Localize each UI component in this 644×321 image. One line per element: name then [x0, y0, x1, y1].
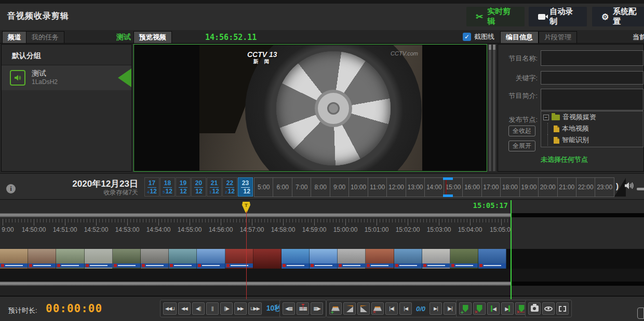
- date-cell-20[interactable]: 2012: [191, 177, 206, 197]
- timeline-track-bar[interactable]: [0, 213, 511, 217]
- goto-out-point-button[interactable]: |▶|: [444, 302, 456, 315]
- delete-segment-button[interactable]: ✕: [371, 302, 384, 315]
- panel-splitter-handle[interactable]: [493, 45, 495, 171]
- jump-back-10s-button[interactable]: ◀◀⊔: [163, 302, 177, 315]
- hour-cell-13:00[interactable]: 13:00: [406, 178, 425, 197]
- prev-segment-button[interactable]: |◀: [399, 302, 412, 315]
- tab-my-tasks[interactable]: 我的任务: [26, 31, 64, 44]
- next-marker-button[interactable]: ▶: [501, 302, 514, 315]
- filmstrip-thumbnail[interactable]: [141, 249, 169, 269]
- video-preview-area[interactable]: CCTV 13新 闻 CCTV.com: [133, 44, 487, 172]
- pause-button[interactable]: ||: [206, 302, 219, 315]
- fullscreen-button[interactable]: [556, 302, 569, 315]
- tab-channel[interactable]: 频道: [2, 31, 27, 44]
- tree-node-child[interactable]: 本地视频: [541, 123, 643, 134]
- strip-next-button[interactable]: ▦▶: [311, 302, 323, 315]
- filmstrip-thumbnail[interactable]: [85, 249, 113, 269]
- date-cell-19[interactable]: 1912: [176, 177, 191, 197]
- speaker-icon[interactable]: [624, 182, 634, 192]
- program-name-input[interactable]: [541, 50, 643, 66]
- filmstrip-thumbnail[interactable]: [450, 249, 478, 269]
- filmstrip-thumbnail[interactable]: [478, 249, 506, 269]
- timeline-ruler-zone[interactable]: 15:05:17 T 9:0014:50:0014:51:0014:52:001…: [0, 200, 644, 249]
- date-cell-17[interactable]: 17412: [144, 177, 159, 197]
- filmstrip-thumbnail[interactable]: [253, 249, 281, 269]
- delete-marker-button[interactable]: ✕: [473, 302, 486, 315]
- checkbox-checked-icon[interactable]: ✓: [463, 33, 471, 41]
- filmstrip-thumbnail[interactable]: [0, 249, 28, 269]
- strip-locate-button[interactable]: ▦▦: [297, 302, 309, 315]
- hour-cell-23:00[interactable]: 23:00: [595, 178, 613, 197]
- goto-in-point-button[interactable]: |◀|: [385, 302, 398, 315]
- keyword-input[interactable]: [541, 71, 643, 85]
- hour-cell-21:00[interactable]: 21:00: [558, 178, 576, 197]
- summary-textarea[interactable]: [541, 89, 643, 110]
- date-cell-18[interactable]: 18512: [160, 177, 175, 197]
- filmstrip-thumbnail[interactable]: [281, 249, 310, 269]
- filmstrip-thumbnail[interactable]: [394, 249, 422, 269]
- hour-cell-5:00[interactable]: 5:00: [254, 178, 273, 197]
- hour-selection-bracket-top[interactable]: [443, 177, 453, 180]
- hour-cell-14:00[interactable]: 14:00: [425, 178, 444, 197]
- hour-cell-7:00[interactable]: 7:00: [292, 178, 311, 197]
- hour-cell-12:00[interactable]: 12:00: [387, 178, 406, 197]
- filmstrip-thumbnail[interactable]: [28, 249, 56, 269]
- hour-cell-19:00[interactable]: 19:00: [520, 178, 539, 197]
- hour-cell-16:00[interactable]: 16:00: [463, 178, 481, 197]
- filmstrip-thumbnail[interactable]: [338, 249, 366, 269]
- filmstrip-thumbnail[interactable]: [422, 249, 450, 269]
- volume-slider[interactable]: [637, 188, 644, 190]
- hour-cell-15:00[interactable]: 15:00: [444, 178, 463, 197]
- hour-cell-22:00[interactable]: 22:00: [576, 178, 595, 197]
- hour-cell-18:00[interactable]: 18:00: [501, 178, 519, 197]
- prev-marker-button[interactable]: ◀: [487, 302, 500, 315]
- hour-cell-17:00[interactable]: 17:00: [482, 178, 501, 197]
- hour-cell-10:00[interactable]: 10:00: [349, 178, 368, 197]
- tab-catalog-info[interactable]: 编目信息: [500, 31, 539, 44]
- snapshot-button[interactable]: [528, 302, 541, 315]
- tree-node-child[interactable]: 智能识别: [541, 134, 643, 146]
- system-config-button[interactable]: ⚙ 系统配置: [592, 7, 644, 26]
- tab-clip-management[interactable]: 片段管理: [539, 31, 577, 44]
- expand-all-button[interactable]: 全展开: [508, 141, 535, 151]
- filmstrip-thumbnail[interactable]: [56, 249, 84, 269]
- filmstrip-thumbnail[interactable]: [225, 249, 253, 269]
- rewind-button[interactable]: ◀◀: [178, 302, 191, 315]
- filmstrip-thumbnail[interactable]: [310, 249, 338, 269]
- channel-list-item[interactable]: 测试 1LaDsH2: [2, 65, 131, 90]
- strip-prev-button[interactable]: ◀▦: [283, 302, 295, 315]
- filmstrip-thumbnail[interactable]: [113, 249, 141, 269]
- tree-node-root[interactable]: − 音视频媒资: [541, 111, 643, 123]
- jump-forward-10s-button[interactable]: ⊔▶▶: [248, 302, 262, 315]
- collapse-all-button[interactable]: 全收起: [508, 125, 535, 136]
- preview-eye-button[interactable]: [542, 302, 555, 315]
- clipped-edge-button[interactable]: [637, 308, 644, 319]
- frame-forward-button[interactable]: ||▶: [220, 302, 233, 315]
- filmstrip-thumbnail[interactable]: [197, 249, 225, 269]
- ruler-ticks[interactable]: [0, 219, 508, 227]
- filmstrip-thumbnail[interactable]: [169, 249, 197, 269]
- set-out-point-button[interactable]: [357, 302, 370, 315]
- hour-cell-9:00[interactable]: 9:00: [330, 178, 349, 197]
- hour-selection-bracket-bottom[interactable]: [443, 194, 453, 197]
- hour-cell-8:00[interactable]: 8:00: [311, 178, 330, 197]
- hour-cell-6:00[interactable]: 6:00: [273, 178, 292, 197]
- fast-forward-button[interactable]: ▶▶: [234, 302, 247, 315]
- screenshot-line-toggle[interactable]: ✓ 截图线: [463, 32, 494, 41]
- audio-track-bar[interactable]: [0, 282, 511, 286]
- add-segment-button[interactable]: +: [329, 302, 342, 315]
- playhead-red-line[interactable]: [246, 211, 247, 296]
- date-cell-23[interactable]: 23312: [238, 177, 253, 197]
- next-segment-button[interactable]: ▶|: [430, 302, 442, 315]
- hour-cell-20:00[interactable]: 20:00: [539, 178, 557, 197]
- auto-record-button[interactable]: 自动录制: [529, 7, 587, 26]
- date-cell-21[interactable]: 21112: [207, 177, 222, 197]
- add-marker-button[interactable]: +: [459, 302, 472, 315]
- filmstrip-thumbnail[interactable]: [366, 249, 394, 269]
- realtime-edit-button[interactable]: ✂ 实时剪辑: [466, 7, 525, 26]
- frame-back-button[interactable]: ◀||: [192, 302, 205, 315]
- panel-splitter-handle[interactable]: [489, 45, 491, 171]
- tree-collapse-icon[interactable]: −: [543, 115, 549, 120]
- date-cell-22[interactable]: 22212: [222, 177, 237, 197]
- tab-preview-video[interactable]: 预览视频: [133, 31, 172, 44]
